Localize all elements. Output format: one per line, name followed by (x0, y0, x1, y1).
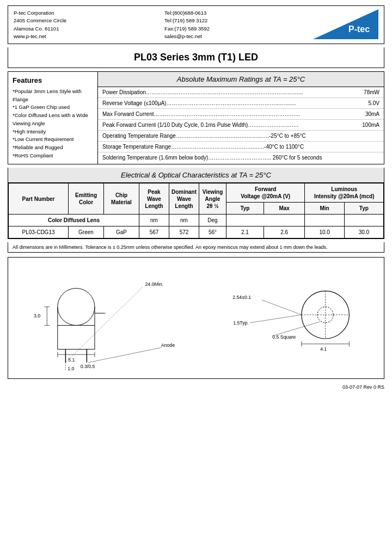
rating-label-3: Max Forward Current………………………………………………………… (98, 109, 354, 120)
svg-text:3.0: 3.0 (34, 313, 40, 319)
characteristics-table: Part Number Emitting Color Chip Material… (8, 183, 384, 238)
col-fv-typ: Typ (226, 203, 264, 215)
col-chip-material: Chip Material (104, 183, 139, 215)
svg-text:Anode: Anode (161, 342, 175, 348)
rating-row-5: Operating Temperature Range…………………………………… (98, 131, 384, 142)
feature-3: *Color Diffused Lens with a Wide Viewing… (13, 112, 93, 127)
col-forward-voltage: Forward Voltage @20mA (V) (226, 183, 305, 203)
chip-material-value: GaP (104, 226, 139, 238)
company-info: P-tec Corporation 2405 Commerce Circle A… (14, 9, 66, 40)
rating-row-7: Soldering Temperature (1.6mm below body)… (98, 152, 384, 163)
ratings-header: Absolute Maximum Ratings at TA = 25°C (98, 72, 384, 87)
dominant-wave-value: 572 (169, 226, 199, 238)
svg-text:24.0Min.: 24.0Min. (145, 281, 163, 287)
rating-row-2: Reverse Voltage (≤100μA)…………………………………………… (98, 98, 384, 109)
svg-text:0.3/0.5: 0.3/0.5 (81, 364, 95, 369)
unit-nm-2: nm (169, 215, 199, 226)
feature-5: *Low Current Requirement (13, 136, 93, 144)
contact-info: Tel:(800)688-0613 Tel:(719) 589 3122 Fax… (164, 9, 210, 40)
header: P-tec Corporation 2405 Commerce Circle A… (8, 5, 384, 44)
features-list: *Popular 3mm Lens Style with Flange *1 G… (13, 88, 93, 160)
svg-line-21 (65, 287, 142, 363)
rating-label-2: Reverse Voltage (≤100μA)…………………………………………… (98, 98, 354, 109)
rating-row-3: Max Forward Current………………………………………………………… (98, 109, 384, 120)
svg-text:4.1: 4.1 (320, 347, 327, 352)
fax: Fax:(719) 589 3592 (164, 25, 210, 33)
rating-label-6: Storage Temperature Range………………………………………… (98, 142, 354, 152)
viewing-angle-value: 56° (199, 226, 226, 238)
feature-1: *Popular 3mm Lens Style with Flange (13, 88, 93, 103)
rating-value-3: 30mA (354, 109, 384, 120)
char-header-row-1: Part Number Emitting Color Chip Material… (9, 183, 384, 203)
logo-svg: P-tec (308, 9, 378, 39)
unit-mcd-min (305, 215, 344, 226)
col-lum-min: Min (305, 203, 344, 215)
rating-label-4: Peak Forward Current (1/10 Duty Cycle, 0… (98, 120, 354, 131)
fv-max-value: 2.6 (264, 226, 305, 238)
col-viewing-angle: Viewing Angle 2θ ½ (199, 183, 226, 215)
col-lum-typ: Typ (344, 203, 383, 215)
feature-6: *Reliable and Rugged (13, 144, 93, 152)
svg-line-23 (88, 348, 161, 363)
features-title: Features (13, 76, 93, 84)
rating-row-6: Storage Temperature Range………………………………………… (98, 142, 384, 152)
tel-main: Tel:(800)688-0613 (164, 9, 210, 17)
electrical-section: Electrical & Optical Characteristics at … (8, 168, 384, 239)
electrical-header: Electrical & Optical Characteristics at … (8, 168, 384, 183)
email: sales@p-tec.net (164, 33, 210, 40)
rating-value-2: 5.0V (354, 98, 384, 109)
col-luminous-intensity: Luminous Intensity @20mA (mcd) (305, 183, 384, 203)
unit-nm-1: nm (139, 215, 169, 226)
company-address: 2405 Commerce Circle (14, 17, 66, 25)
svg-line-31 (272, 322, 320, 336)
feature-4: *High Intensity (13, 128, 93, 136)
rating-value-7 (354, 152, 384, 163)
company-name: P-tec Corporation (14, 9, 66, 17)
lens-type-label: Color Diffused Lens (9, 215, 139, 226)
emitting-color-value: Green (69, 226, 104, 238)
product-title: PL03 Series 3mm (T1) LED (8, 47, 384, 68)
fv-typ-value: 2.1 (226, 226, 264, 238)
svg-line-33 (250, 315, 301, 323)
svg-text:2.54±0.1: 2.54±0.1 (232, 295, 251, 300)
page-footer: 03-07-07 Rev 0 RS (8, 382, 384, 390)
company-website: www.p-tec.net (14, 33, 66, 40)
svg-text:5.1: 5.1 (68, 357, 75, 363)
rating-row-4: Peak Forward Current (1/10 Duty Cycle, 0… (98, 120, 384, 131)
rating-label-5: Operating Temperature Range…………………………………… (98, 131, 354, 142)
company-city: Alamosa Co. 81101 (14, 25, 66, 33)
unit-deg: Deg (199, 215, 226, 226)
lum-typ-value: 30.0 (344, 226, 383, 238)
svg-text:0.5 Square: 0.5 Square (272, 334, 296, 340)
logo: P-tec (308, 9, 378, 39)
svg-text:P-tec: P-tec (348, 25, 370, 34)
rating-value-1: 78mW (354, 87, 384, 98)
svg-rect-5 (58, 326, 95, 350)
svg-point-2 (58, 289, 95, 326)
char-subheader-row: Color Diffused Lens nm nm Deg (9, 215, 384, 226)
feature-2: *1 GaP Green Chip used (13, 103, 93, 112)
unit-mcd-typ (344, 215, 383, 226)
char-data-row: PL03-CDG13 Green GaP 567 572 56° 2.1 2.6… (9, 226, 384, 238)
dimensions-svg: 5.1 3.0 0.3/0.5 1.0 24.0Min. Anode (13, 263, 379, 372)
part-number-value: PL03-CDG13 (9, 226, 69, 238)
col-peak-wave: Peak Wave Length (139, 183, 169, 215)
rating-label-7: Soldering Temperature (1.6mm below body)… (98, 152, 354, 163)
svg-text:1.0: 1.0 (68, 366, 74, 372)
main-content: Features *Popular 3mm Lens Style with Fl… (8, 71, 384, 164)
ratings-table: Power Dissipation……………………………………………………………… (98, 87, 384, 163)
footer-note: All dimensions are in Millimeters. Toler… (8, 242, 384, 253)
col-emitting-color: Emitting Color (69, 183, 104, 215)
tel-2: Tel:(719) 589 3122 (164, 17, 210, 25)
lum-min-value: 10.0 (305, 226, 344, 238)
feature-7: *RoHS Compliant (13, 152, 93, 160)
col-dominant-wave: Dominant Wave Length (169, 183, 199, 215)
features-section: Features *Popular 3mm Lens Style with Fl… (8, 72, 98, 164)
col-fv-max: Max (264, 203, 305, 215)
rating-label-1: Power Dissipation……………………………………………………………… (98, 87, 354, 98)
peak-wave-value: 567 (139, 226, 169, 238)
svg-line-29 (262, 300, 302, 315)
col-part-number: Part Number (9, 183, 69, 215)
svg-text:1.5Typ.: 1.5Typ. (233, 320, 249, 326)
rating-value-6 (354, 142, 384, 152)
